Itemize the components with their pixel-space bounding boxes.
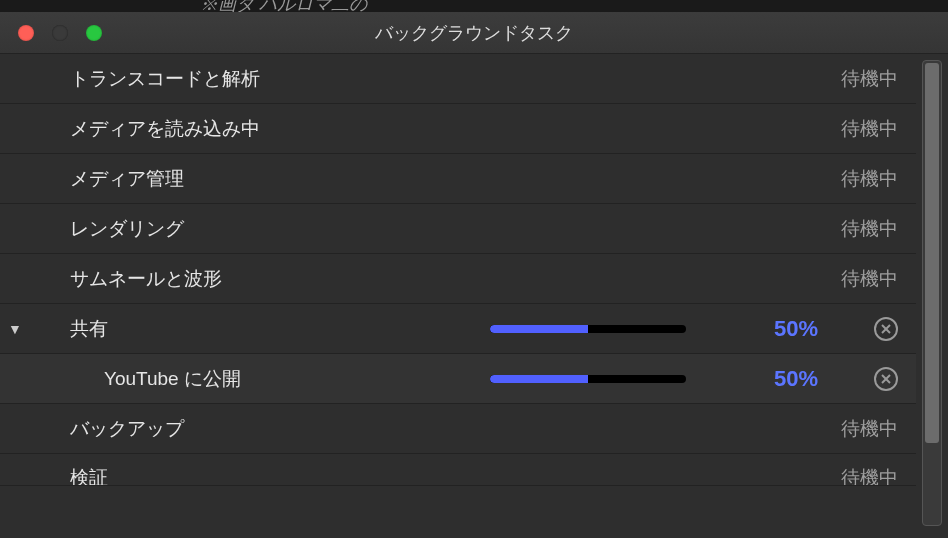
task-status: 待機中 (818, 66, 898, 92)
task-row: サムネールと波形 待機中 (0, 254, 916, 304)
scrollbar-thumb[interactable] (925, 63, 939, 443)
zoom-window-button[interactable] (86, 25, 102, 41)
vertical-scrollbar[interactable] (922, 60, 942, 526)
progress-bar (490, 325, 686, 333)
obscured-menubar-fragment: ※画タ ハルロマ二の (0, 0, 948, 12)
background-tasks-window: ※画タ ハルロマ二の バックグラウンドタスク トランスコードと解析 待機中 メデ… (0, 0, 948, 538)
task-label: トランスコードと解析 (64, 66, 324, 92)
tasks-body: トランスコードと解析 待機中 メディアを読み込み中 待機中 メディア管理 待機中 (0, 54, 948, 538)
progress-fill (490, 375, 588, 383)
task-label: レンダリング (64, 216, 324, 242)
task-label: 検証 (64, 465, 324, 487)
obscured-text: ※画タ ハルロマ二の (200, 0, 367, 12)
progress-fill (490, 325, 588, 333)
minimize-window-button[interactable] (52, 25, 68, 41)
task-label: 共有 (64, 316, 324, 342)
progress-percent: 50% (744, 316, 818, 342)
progress-cell: 50% (490, 366, 818, 392)
titlebar: バックグラウンドタスク (0, 12, 948, 54)
task-label: メディアを読み込み中 (64, 116, 324, 142)
traffic-lights (18, 25, 102, 41)
task-status: 待機中 (818, 116, 898, 142)
progress-percent: 50% (744, 366, 818, 392)
task-status: 待機中 (818, 166, 898, 192)
progress-cell: 50% (490, 316, 818, 342)
tasks-scroll-pane[interactable]: トランスコードと解析 待機中 メディアを読み込み中 待機中 メディア管理 待機中 (0, 54, 916, 538)
progress-bar (490, 375, 686, 383)
task-status: 待機中 (818, 266, 898, 292)
close-window-button[interactable] (18, 25, 34, 41)
task-label: YouTube に公開 (98, 366, 358, 392)
task-label: メディア管理 (64, 166, 324, 192)
task-row-share: ▼ 共有 50% (0, 304, 916, 354)
cancel-task-button[interactable] (874, 367, 898, 391)
task-row: バックアップ 待機中 (0, 404, 916, 454)
task-status: 待機中 (818, 216, 898, 242)
task-row: レンダリング 待機中 (0, 204, 916, 254)
disclosure-triangle-icon[interactable]: ▼ (8, 321, 22, 337)
task-row-share-child: YouTube に公開 50% (0, 354, 916, 404)
task-status: 待機中 (818, 416, 898, 442)
task-label: サムネールと波形 (64, 266, 324, 292)
task-row: 検証 待機中 (0, 454, 916, 486)
task-row: メディアを読み込み中 待機中 (0, 104, 916, 154)
task-row: メディア管理 待機中 (0, 154, 916, 204)
window-title: バックグラウンドタスク (0, 21, 948, 45)
task-label: バックアップ (64, 416, 324, 442)
cancel-task-button[interactable] (874, 317, 898, 341)
task-row: トランスコードと解析 待機中 (0, 54, 916, 104)
task-status: 待機中 (818, 465, 898, 487)
